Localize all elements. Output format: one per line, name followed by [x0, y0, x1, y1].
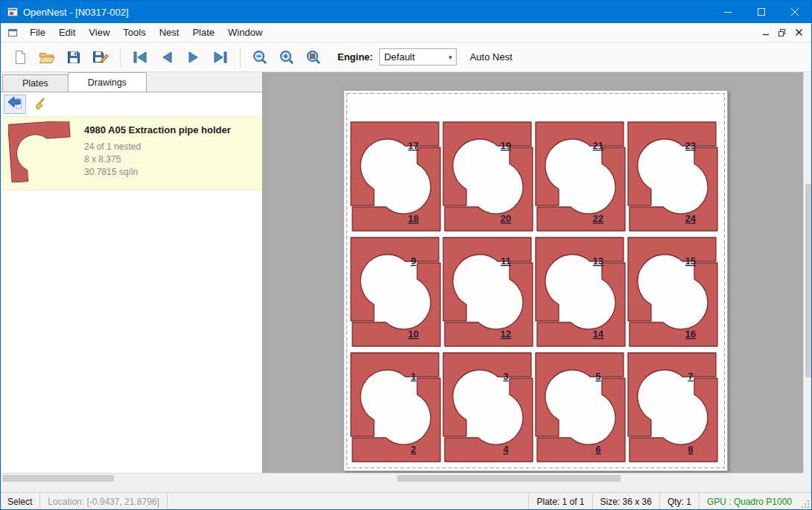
scrollbar-thumb[interactable]	[2, 475, 114, 482]
part-number-label: 4	[503, 444, 509, 455]
part-number-label: 12	[501, 328, 511, 340]
mdi-minimize-icon	[763, 29, 770, 36]
part-number-label: 18	[408, 213, 419, 224]
go-next-icon	[185, 50, 203, 65]
status-gpu: GPU : Quadro P1000	[699, 493, 799, 510]
part-number-label: 19	[501, 140, 511, 151]
open-file-button[interactable]	[35, 45, 59, 69]
auto-nest-button[interactable]: Auto Nest	[470, 51, 513, 63]
menu-plate[interactable]: Plate	[185, 23, 221, 42]
resize-grip[interactable]	[799, 493, 811, 510]
chevron-down-icon: ▾	[445, 54, 456, 61]
zoom-extents-icon	[305, 49, 322, 66]
part-number-label: 14	[593, 328, 604, 340]
mdi-close-icon	[796, 29, 802, 36]
menu-tools[interactable]: Tools	[116, 23, 152, 42]
sidebar-hscrollbar[interactable]	[1, 473, 263, 482]
plate-view[interactable]: 171819202122232491011121314151612345678	[343, 90, 728, 471]
menu-window[interactable]: Window	[221, 23, 269, 42]
clean-button[interactable]	[29, 95, 51, 114]
drawings-toolbar	[1, 92, 262, 116]
save-icon	[66, 49, 82, 66]
save-button[interactable]	[62, 45, 86, 69]
go-last-button[interactable]	[209, 45, 232, 69]
mdi-window-controls	[758, 25, 811, 40]
mdi-restore-button[interactable]	[774, 25, 790, 40]
tab-drawings[interactable]: Drawings	[68, 72, 147, 92]
scrollbar-thumb[interactable]	[805, 184, 812, 377]
maximize-button[interactable]	[744, 1, 778, 23]
nest-canvas[interactable]: 171819202122232491011121314151612345678	[263, 72, 803, 482]
menubar: File Edit View Tools Nest Plate Window	[1, 23, 811, 42]
mdi-close-button[interactable]	[790, 25, 807, 40]
part-number-label: 13	[593, 255, 603, 267]
new-document-button[interactable]	[8, 45, 32, 69]
status-location: Location: [-0.9437, 21.8796]	[40, 493, 167, 510]
drawing-nested-count: 24 of 1 nested	[84, 141, 231, 153]
broom-icon	[32, 97, 48, 112]
go-previous-button[interactable]	[155, 45, 179, 69]
document-icon	[7, 27, 19, 39]
save-edit-icon	[92, 49, 110, 66]
resize-grip-icon	[801, 500, 810, 509]
go-next-button[interactable]	[182, 45, 206, 69]
minimize-button[interactable]	[711, 1, 744, 23]
toolbar-separator	[240, 48, 241, 67]
part-number-label: 24	[685, 213, 697, 224]
open-folder-icon	[38, 49, 56, 66]
titlebar: OpenNest - [N0317-002]	[1, 1, 811, 23]
toolbar-separator	[120, 48, 121, 67]
go-first-button[interactable]	[128, 45, 152, 69]
part-number-label: 23	[685, 140, 696, 151]
main-toolbar: Engine: Default ▾ Auto Nest	[1, 42, 811, 72]
go-last-icon	[212, 50, 229, 65]
tab-plates[interactable]: Plates	[2, 74, 69, 92]
menu-nest[interactable]: Nest	[153, 23, 186, 42]
part-number-label: 3	[503, 371, 508, 382]
save-edit-button[interactable]	[89, 45, 112, 69]
drawing-list-item[interactable]: 4980 A05 Extraction pipe holder 24 of 1 …	[1, 116, 262, 191]
go-previous-icon	[158, 50, 176, 65]
close-button[interactable]	[778, 1, 811, 23]
drawing-area: 30.7815 sq/in	[84, 166, 231, 179]
part-number-label: 11	[501, 255, 511, 267]
part-number-label: 8	[688, 444, 693, 455]
drawing-title: 4980 A05 Extraction pipe holder	[84, 124, 231, 136]
part-number-label: 7	[688, 371, 693, 382]
status-mode: Select	[1, 493, 40, 510]
part-number-label: 22	[593, 213, 603, 224]
app-logo-icon	[7, 6, 19, 18]
window-title: OpenNest - [N0317-002]	[23, 7, 711, 18]
menu-edit[interactable]: Edit	[52, 23, 82, 42]
part-number-label: 17	[408, 140, 419, 151]
zoom-in-button[interactable]	[275, 45, 299, 69]
part-number-label: 6	[595, 444, 600, 455]
status-size: Size: 36 x 36	[592, 493, 659, 510]
drawing-dimensions: 8 x 8.375	[84, 153, 231, 166]
back-button[interactable]	[4, 95, 26, 114]
zoom-in-icon	[279, 49, 295, 66]
app-window: OpenNest - [N0317-002] File Edit View To…	[0, 0, 812, 510]
sidebar-tabstrip: Plates Drawings	[1, 72, 262, 92]
part-number-label: 10	[408, 328, 419, 340]
part-number-label: 2	[410, 444, 416, 455]
zoom-out-button[interactable]	[248, 45, 272, 69]
engine-select[interactable]: Default ▾	[379, 48, 457, 66]
maximize-icon	[758, 8, 765, 16]
part-number-label: 21	[593, 140, 603, 151]
menu-view[interactable]: View	[82, 23, 116, 42]
canvas-vscrollbar[interactable]	[803, 72, 812, 482]
mdi-minimize-button[interactable]	[758, 25, 774, 40]
part-number-label: 1	[410, 371, 416, 382]
drawing-thumbnail	[8, 121, 74, 185]
status-qty: Qty: 1	[659, 493, 699, 510]
part-number-label: 16	[685, 328, 696, 340]
canvas-hscrollbar[interactable]	[263, 473, 803, 482]
sidebar: Plates Drawings	[1, 72, 263, 482]
drawing-info: 4980 A05 Extraction pipe holder 24 of 1 …	[84, 121, 231, 185]
menu-file[interactable]: File	[23, 23, 52, 42]
zoom-extents-button[interactable]	[302, 45, 326, 69]
scrollbar-thumb[interactable]	[397, 475, 621, 482]
minimize-icon	[724, 8, 732, 16]
part-number-label: 5	[595, 371, 600, 382]
